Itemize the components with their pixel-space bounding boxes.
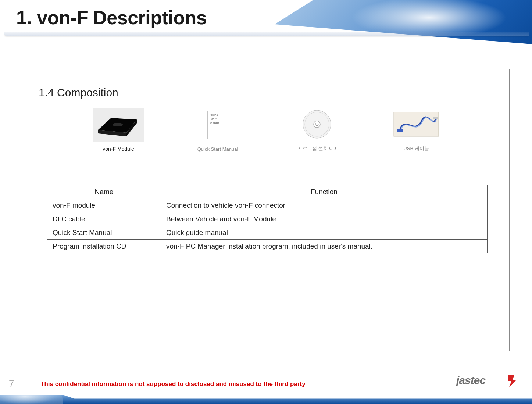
table-header-row: Name Function	[47, 185, 487, 199]
confidential-notice: This confidential information is not sup…	[40, 380, 306, 388]
svg-point-4	[113, 123, 123, 126]
composition-table: Name Function von-F module Connection to…	[47, 185, 488, 253]
von-f-module-image	[93, 108, 144, 142]
cd-image	[291, 108, 343, 141]
component-von-f-module: von-F Module	[89, 108, 148, 152]
title-underline	[4, 32, 529, 36]
section-title: 1.4 Composition	[39, 86, 497, 99]
cell-name: DLC cable	[47, 212, 161, 226]
quick-start-manual-image: Quick Start Manual	[192, 109, 243, 142]
table-row: Quick Start Manual Quick guide manual	[47, 226, 487, 240]
component-quick-start-manual: Quick Start Manual Quick Start Manual	[188, 109, 247, 152]
svg-text:Quick: Quick	[210, 113, 218, 117]
component-label: USB 케이블	[403, 145, 429, 152]
component-usb-cable: USB 케이블	[387, 108, 446, 152]
svg-point-12	[315, 123, 318, 126]
usb-cable-image	[390, 108, 442, 141]
col-header-name: Name	[47, 185, 161, 199]
col-header-function: Function	[161, 185, 487, 199]
table-row: von-F module Connection to vehicle von-F…	[47, 199, 487, 212]
table-row: DLC cable Between Vehicle and von-F Modu…	[47, 212, 487, 226]
composition-images-row: von-F Module Quick Start Manual Quick St…	[38, 108, 497, 152]
page-number: 7	[9, 378, 14, 389]
svg-text:jastec: jastec	[456, 374, 486, 386]
cell-name: von-F module	[47, 199, 161, 212]
component-install-cd: 프로그램 설치 CD	[288, 108, 346, 152]
slide-title: 1. von-F Descriptions	[16, 7, 207, 29]
component-label: von-F Module	[103, 146, 134, 152]
svg-rect-15	[433, 117, 438, 119]
component-label: 프로그램 설치 CD	[298, 145, 336, 152]
sky-banner	[275, 0, 532, 44]
svg-rect-14	[397, 129, 403, 132]
svg-text:Manual: Manual	[210, 121, 221, 125]
cell-function: Between Vehicle and von-F Module	[161, 212, 487, 226]
cell-function: von-F PC Manager installation program, i…	[161, 240, 487, 253]
svg-text:Start: Start	[210, 117, 217, 121]
content-frame: 1.4 Composition von-F Module	[25, 69, 510, 351]
component-label: Quick Start Manual	[197, 146, 238, 152]
cell-function: Connection to vehicle von-F connector.	[161, 199, 487, 212]
svg-rect-13	[394, 112, 439, 136]
table-row: Program installation CD von-F PC Manager…	[47, 240, 487, 253]
slide-title-wrap: 1. von-F Descriptions	[16, 7, 207, 29]
cell-name: Quick Start Manual	[47, 226, 161, 240]
jastec-logo: jastec	[456, 373, 519, 389]
cell-function: Quick guide manual	[161, 226, 487, 240]
cell-name: Program installation CD	[47, 240, 161, 253]
footer-bar	[0, 395, 532, 404]
